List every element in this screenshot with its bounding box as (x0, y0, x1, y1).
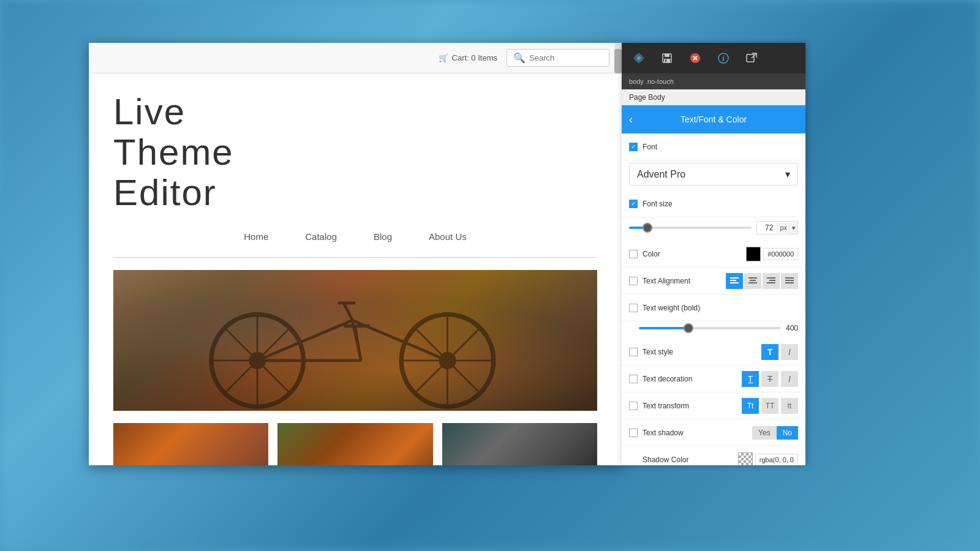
text-strikethrough-btn[interactable]: T (761, 371, 778, 387)
weight-slider-fill (639, 327, 688, 329)
text-shadow-toggle: Yes No (752, 426, 798, 440)
info-icon[interactable]: i (715, 50, 731, 66)
text-style-checkbox[interactable] (629, 348, 638, 356)
font-size-slider-track[interactable] (629, 227, 752, 229)
save-icon[interactable] (659, 50, 675, 66)
nav-home[interactable]: Home (244, 231, 268, 242)
panel-section-header: ‹ Text/Font & Color (622, 105, 805, 133)
font-size-slider-thumb[interactable] (643, 223, 652, 233)
text-uppercase-btn[interactable]: TT (761, 398, 778, 414)
text-shadow-yes-btn[interactable]: Yes (752, 426, 777, 440)
shadow-color-box[interactable]: rgba(0, 0, 0 (738, 452, 798, 466)
shadow-color-row: Shadow Color rgba(0, 0, 0 (622, 446, 805, 465)
hero-line-2: Theme (113, 132, 597, 173)
align-left-btn[interactable] (726, 273, 743, 289)
color-swatch[interactable]: #000000 (746, 247, 798, 261)
panel-toolbar: i (622, 43, 805, 73)
nav-blog[interactable]: Blog (374, 231, 392, 242)
section-title: Text/Font & Color (680, 114, 747, 124)
preview-topbar: 🛒 Cart: 0 Items 🔍 (89, 43, 622, 73)
color-checkbox[interactable] (629, 250, 638, 258)
text-bold-btn[interactable]: T (761, 344, 778, 360)
weight-slider-thumb[interactable] (684, 323, 693, 333)
text-shadow-row: Text shadow Yes No (622, 419, 805, 446)
svg-rect-44 (785, 282, 794, 283)
shadow-color-swatch[interactable] (738, 452, 753, 466)
font-row: ✓ Font (622, 133, 805, 160)
dropdown-arrow: ▾ (785, 168, 790, 180)
scrollbar-thumb[interactable] (614, 49, 622, 73)
page-body-label: Page Body (622, 89, 805, 105)
cart-button[interactable]: 🛒 Cart: 0 Items (439, 53, 497, 62)
hero-line-1: Live (113, 92, 597, 132)
grid-item-3 (442, 423, 597, 465)
nav-divider (113, 257, 597, 258)
svg-rect-41 (767, 282, 775, 283)
text-shadow-no-btn[interactable]: No (777, 426, 798, 440)
export-icon[interactable] (744, 50, 760, 66)
svg-rect-24 (665, 59, 666, 62)
text-decoration-label: Text decoration (643, 375, 692, 383)
search-box[interactable]: 🔍 (507, 49, 609, 67)
text-decoration-checkbox[interactable] (629, 375, 638, 383)
text-style-label: Text style (643, 348, 673, 356)
text-transform-checkbox[interactable] (629, 402, 638, 410)
settings-icon[interactable] (631, 50, 647, 66)
text-shadow-label: Text shadow (643, 429, 684, 437)
font-dropdown[interactable]: Advent Pro ▾ (629, 163, 798, 186)
text-transform-buttons: Tt TT tt (742, 398, 798, 414)
svg-rect-32 (730, 277, 739, 279)
text-weight-slider-track[interactable] (639, 327, 781, 329)
shadow-color-value: rgba(0, 0, 0 (755, 454, 798, 466)
text-style-row: Text style T I (622, 339, 805, 365)
website-preview-panel: 🛒 Cart: 0 Items 🔍 Live Theme Editor Home… (89, 43, 622, 465)
font-size-value-box: 72 px ▾ (756, 221, 798, 234)
font-selected: Advent Pro (637, 169, 685, 180)
font-size-checkbox[interactable]: ✓ (629, 200, 638, 208)
cart-label: Cart: 0 Items (452, 53, 497, 62)
color-label: Color (643, 250, 660, 258)
svg-rect-36 (748, 277, 757, 279)
align-right-btn[interactable] (763, 273, 780, 289)
color-box[interactable] (746, 247, 761, 261)
svg-rect-30 (747, 54, 754, 62)
text-underline-btn[interactable]: T (742, 371, 759, 387)
align-center-btn[interactable] (744, 273, 761, 289)
font-size-unit-dropdown[interactable]: ▾ (790, 222, 797, 234)
nav-catalog[interactable]: Catalog (305, 231, 337, 242)
text-alignment-label: Text Alignment (643, 277, 690, 285)
svg-rect-34 (730, 282, 739, 283)
text-transform-label: Text transform (643, 402, 689, 410)
close-icon[interactable] (687, 50, 703, 66)
align-justify-btn[interactable] (781, 273, 798, 289)
preview-nav: Home Catalog Blog About Us (113, 225, 597, 257)
text-shadow-checkbox[interactable] (629, 429, 638, 437)
svg-rect-40 (769, 280, 775, 281)
shadow-color-label: Shadow Color (643, 455, 688, 464)
text-italic-btn[interactable]: I (781, 344, 798, 360)
breadcrumb-text: body .no-touch (629, 78, 674, 85)
back-button[interactable]: ‹ (629, 114, 633, 125)
text-weight-label: Text weight (bold) (643, 304, 700, 312)
text-weight-value: 400 (786, 324, 798, 332)
page-body-text: Page Body (629, 93, 665, 102)
panel-breadcrumb: body .no-touch (622, 73, 805, 89)
text-alignment-checkbox[interactable] (629, 277, 638, 285)
nav-about-us[interactable]: About Us (429, 231, 467, 242)
font-checkbox[interactable]: ✓ (629, 143, 638, 151)
text-style-buttons: T I (761, 344, 798, 360)
font-size-unit: px (777, 222, 790, 233)
text-capitalize-btn[interactable]: Tt (742, 398, 759, 414)
panel-body: ✓ Font Advent Pro ▾ ✓ Font size 72 px ▾ (622, 133, 805, 465)
font-size-value: 72 (757, 222, 777, 234)
svg-rect-23 (664, 59, 670, 62)
image-grid (113, 423, 597, 465)
search-input[interactable] (529, 53, 603, 62)
text-weight-checkbox[interactable] (629, 304, 638, 312)
svg-rect-39 (767, 277, 775, 279)
text-lowercase-btn[interactable]: tt (781, 398, 798, 414)
text-italic-dec-btn[interactable]: I (781, 371, 798, 387)
svg-rect-22 (665, 54, 669, 57)
right-panel: i body .no-touch Page Body ‹ Text/Font &… (622, 43, 805, 465)
align-buttons (726, 273, 798, 289)
